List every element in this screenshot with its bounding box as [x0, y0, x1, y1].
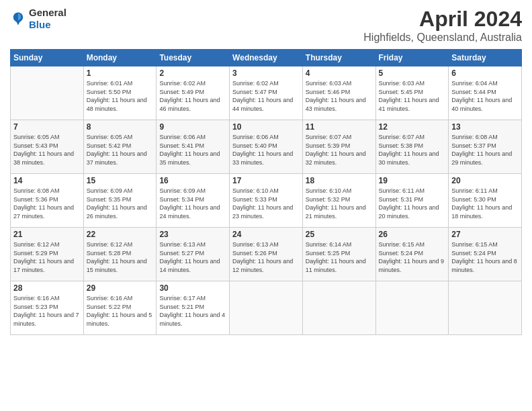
day-number: 13 — [451, 122, 519, 132]
day-number: 18 — [306, 176, 373, 185]
day-number: 5 — [379, 68, 446, 78]
day-info: Sunrise: 6:05 AMSunset: 5:42 PMDaylight:… — [87, 134, 147, 166]
logo-general: General — [29, 7, 66, 18]
day-info: Sunrise: 6:12 AMSunset: 5:29 PMDaylight:… — [13, 241, 74, 273]
day-info: Sunrise: 6:07 AMSunset: 5:39 PMDaylight:… — [306, 134, 366, 166]
day-number: 22 — [87, 230, 154, 239]
day-info: Sunrise: 6:16 AMSunset: 5:23 PMDaylight:… — [13, 295, 79, 327]
day-info: Sunrise: 6:12 AMSunset: 5:28 PMDaylight:… — [87, 241, 147, 273]
day-info: Sunrise: 6:11 AMSunset: 5:31 PMDaylight:… — [379, 187, 439, 220]
day-info: Sunrise: 6:07 AMSunset: 5:38 PMDaylight:… — [379, 134, 439, 166]
day-number: 8 — [87, 122, 154, 132]
calendar-cell: 6Sunrise: 6:04 AMSunset: 5:44 PMDaylight… — [449, 66, 522, 120]
day-info: Sunrise: 6:13 AMSunset: 5:27 PMDaylight:… — [159, 241, 220, 273]
day-info: Sunrise: 6:17 AMSunset: 5:21 PMDaylight:… — [159, 295, 225, 327]
calendar-cell — [302, 281, 375, 335]
calendar-cell: 24Sunrise: 6:13 AMSunset: 5:26 PMDayligh… — [230, 228, 303, 281]
calendar-cell: 30Sunrise: 6:17 AMSunset: 5:21 PMDayligh… — [157, 281, 230, 335]
week-row-3: 14Sunrise: 6:08 AMSunset: 5:36 PMDayligh… — [11, 174, 522, 228]
calendar-cell: 19Sunrise: 6:11 AMSunset: 5:31 PMDayligh… — [375, 174, 449, 228]
day-number: 1 — [87, 68, 154, 78]
day-number: 30 — [159, 283, 226, 293]
day-info: Sunrise: 6:14 AMSunset: 5:25 PMDaylight:… — [306, 241, 366, 273]
calendar-cell: 11Sunrise: 6:07 AMSunset: 5:39 PMDayligh… — [302, 120, 375, 174]
calendar-cell: 12Sunrise: 6:07 AMSunset: 5:38 PMDayligh… — [375, 120, 449, 174]
header-day-sunday: Sunday — [11, 50, 84, 66]
calendar-cell: 8Sunrise: 6:05 AMSunset: 5:42 PMDaylight… — [83, 120, 157, 174]
day-info: Sunrise: 6:03 AMSunset: 5:46 PMDaylight:… — [306, 80, 366, 112]
day-info: Sunrise: 6:08 AMSunset: 5:37 PMDaylight:… — [451, 134, 512, 166]
day-info: Sunrise: 6:10 AMSunset: 5:32 PMDaylight:… — [306, 187, 366, 220]
logo: General Blue — [10, 7, 66, 31]
header-day-thursday: Thursday — [302, 50, 375, 66]
calendar-cell: 13Sunrise: 6:08 AMSunset: 5:37 PMDayligh… — [449, 120, 522, 174]
day-number: 23 — [159, 230, 226, 239]
header-day-friday: Friday — [375, 50, 449, 66]
header-day-tuesday: Tuesday — [157, 50, 230, 66]
day-number: 25 — [306, 230, 373, 239]
day-info: Sunrise: 6:02 AMSunset: 5:47 PMDaylight:… — [232, 80, 293, 112]
day-info: Sunrise: 6:01 AMSunset: 5:50 PMDaylight:… — [87, 80, 147, 112]
day-number: 29 — [87, 283, 154, 293]
day-number: 24 — [232, 230, 300, 239]
calendar-cell: 15Sunrise: 6:09 AMSunset: 5:35 PMDayligh… — [83, 174, 157, 228]
calendar-cell: 7Sunrise: 6:05 AMSunset: 5:43 PMDaylight… — [11, 120, 84, 174]
day-number: 28 — [13, 283, 81, 293]
calendar-cell — [375, 281, 449, 335]
week-row-1: 1Sunrise: 6:01 AMSunset: 5:50 PMDaylight… — [11, 66, 522, 120]
calendar-cell — [11, 66, 84, 120]
day-info: Sunrise: 6:05 AMSunset: 5:43 PMDaylight:… — [13, 134, 74, 166]
logo-text: General Blue — [29, 7, 66, 31]
day-number: 21 — [13, 230, 81, 239]
calendar-cell: 4Sunrise: 6:03 AMSunset: 5:46 PMDaylight… — [302, 66, 375, 120]
day-number: 17 — [232, 176, 300, 185]
calendar-cell: 10Sunrise: 6:06 AMSunset: 5:40 PMDayligh… — [230, 120, 303, 174]
day-number: 20 — [451, 176, 519, 185]
day-info: Sunrise: 6:15 AMSunset: 5:24 PMDaylight:… — [379, 241, 445, 273]
calendar-cell: 22Sunrise: 6:12 AMSunset: 5:28 PMDayligh… — [83, 228, 157, 281]
day-info: Sunrise: 6:15 AMSunset: 5:24 PMDaylight:… — [451, 241, 517, 273]
day-number: 2 — [159, 68, 226, 78]
calendar-cell: 27Sunrise: 6:15 AMSunset: 5:24 PMDayligh… — [449, 228, 522, 281]
day-info: Sunrise: 6:09 AMSunset: 5:34 PMDaylight:… — [159, 187, 220, 220]
day-number: 26 — [379, 230, 446, 239]
calendar-cell: 14Sunrise: 6:08 AMSunset: 5:36 PMDayligh… — [11, 174, 84, 228]
calendar-cell: 21Sunrise: 6:12 AMSunset: 5:29 PMDayligh… — [11, 228, 84, 281]
day-info: Sunrise: 6:04 AMSunset: 5:44 PMDaylight:… — [451, 80, 512, 112]
calendar-cell: 1Sunrise: 6:01 AMSunset: 5:50 PMDaylight… — [83, 66, 157, 120]
day-number: 9 — [159, 122, 226, 132]
week-row-4: 21Sunrise: 6:12 AMSunset: 5:29 PMDayligh… — [11, 228, 522, 281]
calendar-cell: 26Sunrise: 6:15 AMSunset: 5:24 PMDayligh… — [375, 228, 449, 281]
calendar-cell: 25Sunrise: 6:14 AMSunset: 5:25 PMDayligh… — [302, 228, 375, 281]
header-area: General Blue April 2024 Highfields, Quee… — [10, 7, 522, 44]
week-row-5: 28Sunrise: 6:16 AMSunset: 5:23 PMDayligh… — [11, 281, 522, 335]
general-blue-logo-icon — [10, 11, 26, 27]
day-info: Sunrise: 6:03 AMSunset: 5:45 PMDaylight:… — [379, 80, 439, 112]
calendar-cell: 3Sunrise: 6:02 AMSunset: 5:47 PMDaylight… — [230, 66, 303, 120]
header-row: SundayMondayTuesdayWednesdayThursdayFrid… — [11, 50, 522, 66]
header-day-wednesday: Wednesday — [230, 50, 303, 66]
page: General Blue April 2024 Highfields, Quee… — [0, 0, 532, 411]
day-info: Sunrise: 6:10 AMSunset: 5:33 PMDaylight:… — [232, 187, 293, 220]
header-day-monday: Monday — [83, 50, 157, 66]
day-number: 12 — [379, 122, 446, 132]
day-number: 19 — [379, 176, 446, 185]
calendar-cell — [449, 281, 522, 335]
calendar-cell: 2Sunrise: 6:02 AMSunset: 5:49 PMDaylight… — [157, 66, 230, 120]
subtitle: Highfields, Queensland, Australia — [363, 32, 522, 44]
calendar-cell: 9Sunrise: 6:06 AMSunset: 5:41 PMDaylight… — [157, 120, 230, 174]
day-number: 3 — [232, 68, 300, 78]
day-number: 16 — [159, 176, 226, 185]
calendar-cell: 20Sunrise: 6:11 AMSunset: 5:30 PMDayligh… — [449, 174, 522, 228]
day-number: 10 — [232, 122, 300, 132]
day-info: Sunrise: 6:11 AMSunset: 5:30 PMDaylight:… — [451, 187, 512, 220]
month-title: April 2024 — [363, 7, 522, 32]
calendar-cell: 28Sunrise: 6:16 AMSunset: 5:23 PMDayligh… — [11, 281, 84, 335]
day-info: Sunrise: 6:08 AMSunset: 5:36 PMDaylight:… — [13, 187, 74, 220]
day-number: 6 — [451, 68, 519, 78]
calendar-cell: 16Sunrise: 6:09 AMSunset: 5:34 PMDayligh… — [157, 174, 230, 228]
calendar-cell: 5Sunrise: 6:03 AMSunset: 5:45 PMDaylight… — [375, 66, 449, 120]
header-day-saturday: Saturday — [449, 50, 522, 66]
day-number: 14 — [13, 176, 81, 185]
day-info: Sunrise: 6:06 AMSunset: 5:40 PMDaylight:… — [232, 134, 293, 166]
